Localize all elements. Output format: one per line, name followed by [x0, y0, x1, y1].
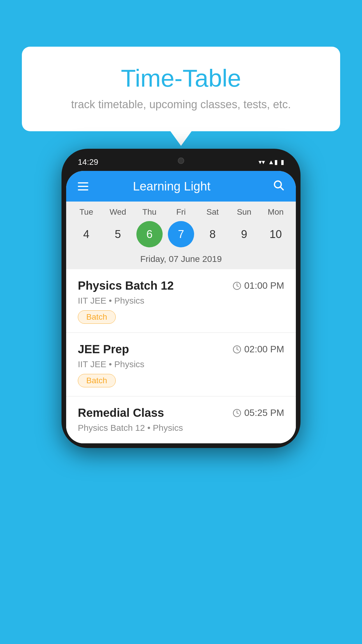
schedule-list: Physics Batch 12 01:00 PM IIT JEE • Phys…: [66, 269, 296, 443]
day-5[interactable]: 5: [105, 221, 131, 247]
schedule-item-2-time-text: 02:00 PM: [244, 344, 284, 355]
day-9[interactable]: 9: [231, 221, 257, 247]
day-header-fri: Fri: [168, 207, 194, 217]
schedule-item-2-header: JEE Prep 02:00 PM: [78, 343, 284, 356]
front-camera: [178, 158, 184, 164]
schedule-item-2-title: JEE Prep: [78, 343, 129, 356]
schedule-item-2[interactable]: JEE Prep 02:00 PM IIT JEE • Physics Batc…: [66, 333, 296, 396]
status-icons: ▾▾ ▲▮ ▮: [259, 158, 284, 166]
schedule-item-1-time: 01:00 PM: [233, 280, 284, 291]
schedule-item-3-sub: Physics Batch 12 • Physics: [78, 423, 284, 433]
day-header-tue: Tue: [73, 207, 99, 217]
schedule-item-2-time: 02:00 PM: [233, 344, 284, 355]
day-header-sat: Sat: [199, 207, 226, 217]
day-headers: Tue Wed Thu Fri Sat Sun Mon: [66, 207, 296, 220]
day-header-mon: Mon: [263, 207, 289, 217]
status-time: 14:29: [78, 158, 98, 167]
schedule-item-2-tag: Batch: [78, 374, 116, 387]
day-header-thu: Thu: [136, 207, 163, 217]
clock-icon-3: [233, 409, 241, 417]
schedule-item-3-title: Remedial Class: [78, 406, 164, 419]
day-4[interactable]: 4: [73, 221, 99, 247]
schedule-item-1-sub: IIT JEE • Physics: [78, 296, 284, 306]
tooltip-subtitle: track timetable, upcoming classes, tests…: [45, 98, 317, 111]
day-8[interactable]: 8: [199, 221, 226, 247]
wifi-icon: ▾▾: [259, 158, 265, 166]
signal-icon: ▲▮: [268, 158, 278, 166]
app-bar: Learning Light: [66, 171, 296, 202]
search-button[interactable]: [273, 179, 284, 193]
phone-notch: [164, 153, 198, 168]
schedule-item-1-tag: Batch: [78, 310, 116, 324]
phone-status-bar: 14:29 ▾▾ ▲▮ ▮: [66, 153, 296, 171]
phone-frame: 14:29 ▾▾ ▲▮ ▮ Learning Light: [61, 149, 301, 448]
app-title: Learning Light: [71, 179, 273, 193]
schedule-item-1[interactable]: Physics Batch 12 01:00 PM IIT JEE • Phys…: [66, 269, 296, 333]
tooltip-title: Time-Table: [45, 64, 317, 92]
clock-icon-2: [233, 345, 241, 354]
day-header-sun: Sun: [231, 207, 257, 217]
schedule-item-1-time-text: 01:00 PM: [244, 280, 284, 291]
battery-icon: ▮: [281, 158, 284, 166]
day-numbers: 4 5 6 7 8 9 10: [66, 220, 296, 252]
calendar-strip: Tue Wed Thu Fri Sat Sun Mon 4 5 6 7 8 9 …: [66, 202, 296, 269]
day-10[interactable]: 10: [263, 221, 289, 247]
day-6-today[interactable]: 6: [136, 221, 163, 247]
schedule-item-3-time: 05:25 PM: [233, 407, 284, 418]
schedule-item-1-title: Physics Batch 12: [78, 279, 174, 292]
phone-screen: Learning Light Tue Wed Thu Fri Sat Sun: [66, 171, 296, 443]
selected-date-label: Friday, 07 June 2019: [66, 252, 296, 269]
schedule-item-2-sub: IIT JEE • Physics: [78, 359, 284, 369]
day-7-selected[interactable]: 7: [168, 221, 194, 247]
svg-line-1: [281, 187, 283, 190]
schedule-item-1-header: Physics Batch 12 01:00 PM: [78, 279, 284, 292]
schedule-item-3[interactable]: Remedial Class 05:25 PM Physics Batch 12…: [66, 396, 296, 443]
schedule-item-3-header: Remedial Class 05:25 PM: [78, 406, 284, 419]
tooltip-card: Time-Table track timetable, upcoming cla…: [22, 47, 340, 131]
clock-icon: [233, 281, 241, 290]
schedule-item-3-time-text: 05:25 PM: [244, 407, 284, 418]
phone-shell: 14:29 ▾▾ ▲▮ ▮ Learning Light: [61, 149, 301, 448]
day-header-wed: Wed: [105, 207, 131, 217]
